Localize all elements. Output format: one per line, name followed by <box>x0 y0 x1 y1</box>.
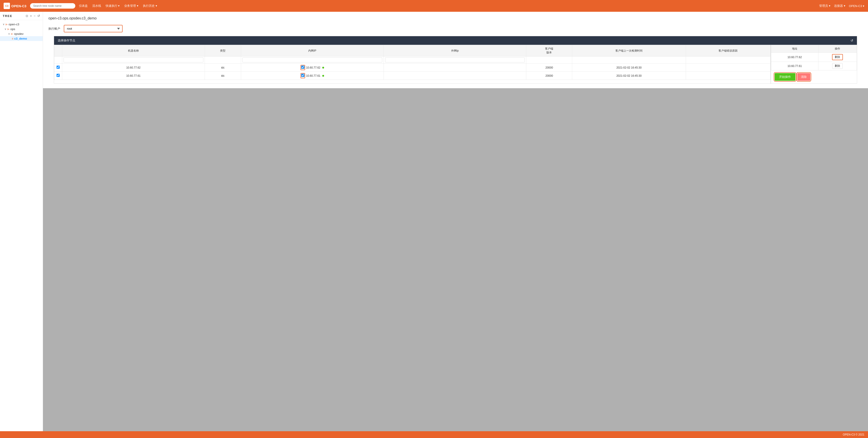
content-top: open-c3.ops.opsdev.c3_demo 执行账户 root 选择操… <box>43 12 868 88</box>
exec-account-row: 执行账户 root <box>49 25 863 32</box>
filter-type-cell <box>205 57 241 64</box>
row1-online-dot <box>322 67 324 68</box>
node-icon: ≡ <box>12 37 13 40</box>
row2-last-check: 2021-02-02 16:45:30 <box>572 72 686 80</box>
logo: C3 OPEN-C3 <box>4 3 27 9</box>
row2-checkbox-wrapper <box>301 73 305 78</box>
nav-links: 仪表盘 流水线 快速执行 ▾ 业务管理 ▾ 执行历史 ▾ <box>79 4 157 8</box>
right-col-address: 地址 <box>771 45 818 53</box>
tree-node-ops[interactable]: ∨ ⊳ ops <box>0 27 43 31</box>
tree-content: ∨ ⊳ open-c3 ∨ ⊳ ops ∨ ⊳ opsdev ≡ c3_demo <box>0 20 43 438</box>
clear-button[interactable]: 清除 <box>797 73 810 81</box>
tree-node-label: opsdev <box>14 32 24 35</box>
nav-business[interactable]: 业务管理 ▾ <box>124 4 138 8</box>
row2-type: idc <box>205 72 241 80</box>
filter-error-cell <box>686 57 770 64</box>
row1-type: idc <box>205 64 241 72</box>
nav-exec-history[interactable]: 执行历史 ▾ <box>143 4 157 8</box>
refresh-nodes-icon[interactable]: ↺ <box>850 39 853 42</box>
main-layout: TREE ⊙ + − ↺ ∨ ⊳ open-c3 ∨ ⊳ ops ∨ ⊳ <box>0 12 868 438</box>
sidebar: TREE ⊙ + − ↺ ∨ ⊳ open-c3 ∨ ⊳ ops ∨ ⊳ <box>0 12 43 438</box>
tree-node-opsdev[interactable]: ∨ ⊳ opsdev <box>0 31 43 36</box>
selected-nodes-table: 地址 操作 10.60.77.62 删除 <box>771 45 857 70</box>
col-type: 类型 <box>205 45 241 57</box>
filter-version-cell <box>526 57 572 64</box>
row1-check-cell <box>54 64 62 72</box>
folder-icon: ⊳ <box>7 28 9 31</box>
tree-node-c3-demo[interactable]: ≡ c3_demo <box>0 36 43 41</box>
filter-check-time-cell <box>572 57 686 64</box>
refresh-tree-icon[interactable]: ↺ <box>37 14 40 18</box>
col-last-check: 客户端上一次检测时间 <box>572 45 686 57</box>
table-row: 10.60.77.62 idc 10.60.77.62 <box>54 64 771 72</box>
footer: OPEN-C3 © 2021 <box>0 431 868 438</box>
filter-ip-input[interactable] <box>243 57 382 62</box>
footer-text: OPEN-C3 © 2021 <box>843 433 864 436</box>
nav-pipeline[interactable]: 流水线 <box>92 4 101 8</box>
start-operation-button[interactable]: 开始操作 <box>775 73 796 81</box>
right-col-action: 操作 <box>818 45 857 53</box>
node-section-title: 选择操作节点 <box>58 38 75 42</box>
row2-external-ip <box>383 72 526 80</box>
filter-ext-ip-cell <box>383 57 526 64</box>
row2-checkbox[interactable] <box>57 74 60 77</box>
filter-row <box>54 57 771 64</box>
left-table: 机器名称 类型 内网IP 外网ip 客户端版本 客户端上一次检测时间 客户端错误… <box>54 45 771 84</box>
col-error-reason: 客户端错误原因 <box>686 45 770 57</box>
col-check <box>54 45 62 57</box>
col-machine-name: 机器名称 <box>62 45 205 57</box>
row2-ip-text: 10.60.77.61 <box>306 74 320 77</box>
row1-internal-ip-checkbox[interactable] <box>301 66 304 69</box>
row1-checkbox-wrapper <box>301 65 305 70</box>
expand-icon: ∨ <box>4 28 6 31</box>
logo-title: OPEN-C3 <box>11 4 27 8</box>
row1-error <box>686 64 770 72</box>
right-table-row: 10.60.77.62 删除 <box>771 53 857 62</box>
right-action-2: 删除 <box>818 62 857 70</box>
sidebar-title: TREE <box>3 14 12 18</box>
node-section: 选择操作节点 ↺ 机器名称 类型 内网IP <box>54 36 857 84</box>
row1-internal-ip: 10.60.77.62 <box>241 64 384 72</box>
add-icon[interactable]: + <box>30 14 32 18</box>
nav-open-c3[interactable]: OPEN-C3 ▾ <box>849 4 864 8</box>
row2-internal-ip-checkbox[interactable] <box>301 74 304 77</box>
exec-account-select[interactable]: root <box>64 25 123 32</box>
nav-dashboard[interactable]: 仪表盘 <box>79 4 88 8</box>
expand-icon: ∨ <box>3 23 4 26</box>
row1-checkbox[interactable] <box>57 66 60 69</box>
search-input[interactable] <box>30 3 75 8</box>
filter-check-cell <box>54 57 62 64</box>
filter-ext-ip-input[interactable] <box>385 57 525 62</box>
target-icon[interactable]: ⊙ <box>26 14 28 18</box>
logo-icon: C3 <box>4 3 10 9</box>
folder-icon: ⊳ <box>11 32 13 35</box>
col-external-ip: 外网ip <box>383 45 526 57</box>
minus-icon[interactable]: − <box>34 14 35 18</box>
right-address-1: 10.60.77.62 <box>771 53 818 62</box>
delete-button-1[interactable]: 删除 <box>832 54 843 60</box>
row2-internal-ip: 10.60.77.61 <box>241 72 384 80</box>
row1-external-ip <box>383 64 526 72</box>
row1-last-check: 2021-02-02 16:45:30 <box>572 64 686 72</box>
folder-icon: ⊳ <box>5 23 8 26</box>
filter-name-input[interactable] <box>64 57 203 62</box>
row2-check-cell <box>54 72 62 80</box>
nav-admin[interactable]: 管理员 ▾ <box>819 4 831 8</box>
nav-connector[interactable]: 连接器 ▾ <box>834 4 845 8</box>
filter-name-cell <box>62 57 205 64</box>
tree-node-label: c3_demo <box>14 37 27 40</box>
right-table-row: 10.60.77.61 删除 <box>771 62 857 70</box>
sidebar-header: TREE ⊙ + − ↺ <box>0 12 43 20</box>
row1-ip-text: 10.60.77.62 <box>306 66 320 69</box>
node-section-header: 选择操作节点 ↺ <box>54 36 857 45</box>
node-table-wrapper: 机器名称 类型 内网IP 外网ip 客户端版本 客户端上一次检测时间 客户端错误… <box>54 45 857 84</box>
row1-version: 20000 <box>526 64 572 72</box>
right-action-1: 删除 <box>818 53 857 62</box>
tree-node-open-c3[interactable]: ∨ ⊳ open-c3 <box>0 22 43 27</box>
delete-button-2[interactable]: 删除 <box>832 63 843 69</box>
row1-name: 10.60.77.62 <box>62 64 205 72</box>
top-navigation: C3 OPEN-C3 仪表盘 流水线 快速执行 ▾ 业务管理 ▾ 执行历史 ▾ … <box>0 0 868 12</box>
tree-node-label: ops <box>10 27 15 31</box>
nav-quick-exec[interactable]: 快速执行 ▾ <box>105 4 120 8</box>
row2-error <box>686 72 770 80</box>
